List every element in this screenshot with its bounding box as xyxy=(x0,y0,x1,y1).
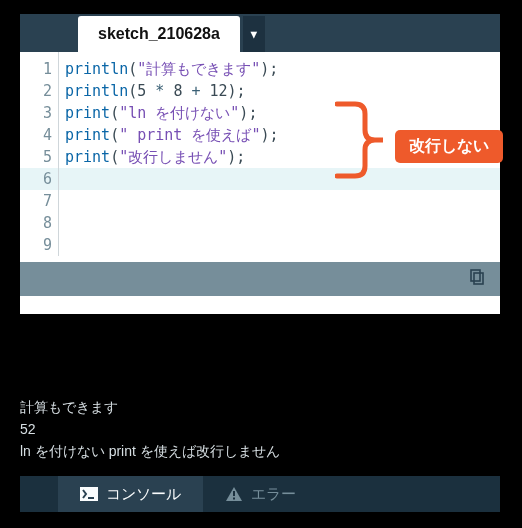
line-number: 7 xyxy=(20,190,58,212)
console-output: 計算もできます 52 ln を付けない print を使えば改行しません xyxy=(20,396,280,462)
line-number: 5 xyxy=(20,146,58,168)
tab-console-label: コンソール xyxy=(106,485,181,504)
tab-errors[interactable]: エラー xyxy=(203,476,318,512)
tab-dropdown-button[interactable]: ▼ xyxy=(243,16,265,52)
bottom-tab-bar: コンソール エラー xyxy=(20,476,500,512)
line-number: 3 xyxy=(20,102,58,124)
svg-rect-4 xyxy=(233,491,235,496)
line-number: 9 xyxy=(20,234,58,256)
code-line[interactable] xyxy=(59,190,500,212)
line-number: 4 xyxy=(20,124,58,146)
message-bar xyxy=(20,262,500,296)
line-number: 2 xyxy=(20,80,58,102)
tab-bar: sketch_210628a ▼ xyxy=(20,14,500,52)
code-line[interactable]: print("ln を付けない"); xyxy=(59,102,500,124)
code-line[interactable] xyxy=(59,168,500,190)
code-line[interactable]: print("改行しません"); xyxy=(59,146,500,168)
copy-icon[interactable] xyxy=(468,268,486,290)
code-line[interactable] xyxy=(59,212,500,234)
console-icon xyxy=(80,487,98,501)
sketch-tab[interactable]: sketch_210628a xyxy=(78,16,240,52)
triangle-down-icon: ▼ xyxy=(251,28,258,41)
editor-panel: sketch_210628a ▼ 123456789 println("計算もで… xyxy=(20,14,500,314)
line-number: 6 xyxy=(20,168,58,190)
line-number: 8 xyxy=(20,212,58,234)
line-number: 1 xyxy=(20,58,58,80)
tab-title: sketch_210628a xyxy=(98,25,220,43)
code-content[interactable]: println("計算もできます");println(5 * 8 + 12);p… xyxy=(58,52,500,256)
tab-console[interactable]: コンソール xyxy=(58,476,203,512)
code-line[interactable]: print(" print を使えば"); xyxy=(59,124,500,146)
svg-rect-0 xyxy=(471,270,480,281)
line-number-gutter: 123456789 xyxy=(20,52,58,256)
code-line[interactable]: println("計算もできます"); xyxy=(59,58,500,80)
code-line[interactable] xyxy=(59,234,500,256)
code-line[interactable]: println(5 * 8 + 12); xyxy=(59,80,500,102)
tab-errors-label: エラー xyxy=(251,485,296,504)
svg-rect-1 xyxy=(474,273,483,284)
svg-rect-5 xyxy=(233,498,235,500)
warning-icon xyxy=(225,486,243,502)
code-editor[interactable]: 123456789 println("計算もできます");println(5 *… xyxy=(20,52,500,256)
